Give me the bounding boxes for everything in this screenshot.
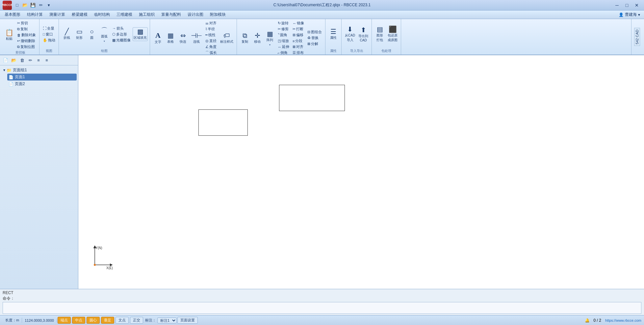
- tree-expand-icon[interactable]: ▼: [3, 68, 6, 72]
- annotation-style-button[interactable]: 🏷 标注样式: [219, 31, 235, 45]
- fill-button[interactable]: ▩ 区域填充: [133, 27, 148, 41]
- extend-button[interactable]: ↔延伸: [276, 44, 291, 50]
- delete-page-button[interactable]: 🗑: [18, 57, 26, 64]
- raster-button[interactable]: ▦光栅图像: [111, 37, 132, 43]
- menu-addon[interactable]: 附加模块: [207, 11, 229, 18]
- snap-text-button[interactable]: 文点: [116, 317, 129, 324]
- user-dropdown-icon[interactable]: ▾: [638, 12, 640, 17]
- quick-connect-button[interactable]: ⇔ 快连: [177, 31, 189, 45]
- table-button[interactable]: ▦ 表格: [165, 31, 176, 45]
- align2-button[interactable]: ⊠对齐: [291, 44, 305, 50]
- chamfer-button[interactable]: ⌐倒角: [276, 50, 291, 55]
- import-cad-button[interactable]: ⬇ 从CAD导入: [344, 25, 356, 43]
- paste-button[interactable]: 📋 粘贴: [3, 28, 15, 42]
- quick-access-dropdown[interactable]: ▾: [45, 2, 52, 9]
- pan-button[interactable]: ✋拖动: [41, 37, 57, 43]
- mirror-button[interactable]: ↔镜像: [291, 20, 305, 26]
- radius-button[interactable]: ⌇半径: [204, 26, 218, 32]
- open-page-button[interactable]: 📂: [10, 57, 17, 64]
- copy-button[interactable]: ⧉复制: [16, 26, 37, 32]
- rect-button[interactable]: ▭ 矩形: [73, 27, 85, 41]
- save-file-button[interactable]: 💾: [30, 2, 36, 9]
- connect-button[interactable]: ⊣⊢ 连线: [190, 31, 203, 45]
- menu-quantity-material[interactable]: 算量与配料: [158, 11, 184, 18]
- canvas-rect-1[interactable]: [198, 109, 248, 136]
- properties-button[interactable]: ☰ 属性: [327, 27, 339, 41]
- window-view-button[interactable]: □窗口: [41, 32, 57, 37]
- canvas-rect-2[interactable]: [279, 85, 345, 111]
- tree-group-1[interactable]: ▼ 📁 页面组1: [1, 67, 77, 74]
- menu-basic-shapes[interactable]: 基本图形: [1, 11, 24, 18]
- segment-button[interactable]: ≡分段: [291, 38, 305, 44]
- menu-design-drawing[interactable]: 设计出图: [184, 11, 207, 18]
- command-input-area[interactable]: [3, 302, 641, 314]
- copy-modify-button[interactable]: ⧉ 复制: [239, 31, 251, 45]
- tree-page-1[interactable]: 📄 页面1: [7, 74, 77, 81]
- menu-survey-calc[interactable]: 测量计算: [46, 11, 68, 18]
- arc-dropdown[interactable]: ▾: [104, 40, 105, 43]
- delete-object-button[interactable]: 🗑删除对象: [16, 32, 37, 38]
- tree-page-2[interactable]: 📄 页面2: [7, 81, 77, 87]
- arrow-button[interactable]: →箭头: [111, 26, 132, 31]
- menu-construction-org[interactable]: 施工组织: [136, 11, 158, 18]
- ribbon-group-clipboard: 📋 粘贴 ✂剪切 ⧉复制 🗑删除对象 ↩撤销删除 ⧉复制位图: [1, 19, 39, 55]
- unpackage-button[interactable]: ⬛ 包还原成原图: [386, 25, 399, 43]
- fillet-button[interactable]: ⌝圆角: [276, 32, 291, 38]
- angle-button[interactable]: ∠角度: [204, 44, 218, 50]
- export-cad-button[interactable]: ⬆ 导出到CAD: [357, 26, 370, 43]
- website-link[interactable]: https://www.rbcce.com: [605, 318, 641, 322]
- rename-page-button[interactable]: ✏: [27, 57, 34, 64]
- svg-point-2: [94, 264, 96, 266]
- decompose-button[interactable]: ⊠分解: [306, 41, 323, 47]
- group-button[interactable]: ⊟图组合: [306, 29, 323, 35]
- minimize-button[interactable]: ─: [612, 2, 622, 9]
- fullscreen-button[interactable]: ⛶全显: [41, 26, 57, 31]
- canvas-area[interactable]: Y(N) X(E): [78, 55, 644, 289]
- move-button[interactable]: ✛ 移动: [251, 31, 263, 45]
- array-dropdown[interactable]: ▾: [269, 43, 270, 46]
- cad-indicator: 542 CAD: [634, 28, 640, 46]
- sort-desc-button[interactable]: ≡: [43, 57, 50, 64]
- new-file-button[interactable]: □: [14, 2, 20, 9]
- align-button[interactable]: ⚌对齐: [204, 20, 218, 26]
- circle-button[interactable]: ○ 圆: [86, 27, 98, 41]
- copy-bitmap-button[interactable]: ⧉复制位图: [16, 44, 37, 50]
- snap-midpoint-button[interactable]: 中点: [72, 317, 85, 324]
- maximize-button[interactable]: □: [622, 2, 631, 9]
- package-button[interactable]: ▤ 图形打包: [374, 25, 386, 43]
- layout-button[interactable]: ☰排布: [291, 50, 305, 55]
- new-page-button[interactable]: 📄: [2, 57, 9, 64]
- snap-perpendicular-button[interactable]: 垂足: [101, 317, 114, 324]
- page-settings-button[interactable]: 页面设置: [177, 317, 198, 324]
- trim-button[interactable]: ✂修剪: [276, 26, 291, 32]
- array-button[interactable]: ▦ 阵列: [264, 30, 276, 43]
- polygon-button[interactable]: ⬡多边形: [111, 32, 132, 37]
- offset-button[interactable]: ⊞偏移: [291, 32, 305, 38]
- snap-endpoint-button[interactable]: 端点: [58, 317, 71, 324]
- menu-3d-model[interactable]: 三维建模: [113, 11, 136, 18]
- arc-button[interactable]: ⌒ 圆弧: [98, 26, 110, 40]
- scale-button[interactable]: ◳缩放: [276, 38, 291, 44]
- cut-button[interactable]: ✂剪切: [16, 20, 37, 26]
- menu-temp-structure[interactable]: 临时结构: [91, 11, 113, 18]
- snap-center-button[interactable]: 圆心: [87, 317, 100, 324]
- text-button[interactable]: A 文字: [152, 31, 164, 45]
- menu-structural-calc[interactable]: 结构计算: [24, 11, 46, 18]
- replace-button[interactable]: ♻替换: [306, 35, 323, 41]
- diameter-button[interactable]: ◎直径: [204, 38, 218, 44]
- polyline-button[interactable]: ╱ 折线: [61, 27, 73, 41]
- tree-page-2-label: 页面2: [15, 81, 25, 87]
- draw-items: ╱ 折线 ▭ 矩形 ○ 圆 ⌒ 圆弧 ▾ →箭头: [61, 20, 148, 48]
- edit-button[interactable]: ✏: [38, 2, 44, 9]
- snap-ortho-button[interactable]: 正交: [130, 317, 143, 324]
- undo-delete-button[interactable]: ↩撤销删除: [16, 38, 37, 44]
- sort-asc-button[interactable]: ≡: [35, 57, 42, 64]
- menu-bridge-model[interactable]: 桥梁建模: [68, 11, 91, 18]
- rotate-button[interactable]: ↻旋转: [276, 20, 291, 26]
- arc-length-button[interactable]: ⌒弧长: [204, 50, 218, 55]
- close-button[interactable]: ✕: [632, 2, 641, 9]
- annotation-select[interactable]: 标注1: [157, 317, 177, 323]
- linear-button[interactable]: ━线性: [204, 32, 218, 38]
- open-file-button[interactable]: 📂: [22, 2, 28, 9]
- break-button[interactable]: ✂打断: [291, 26, 305, 32]
